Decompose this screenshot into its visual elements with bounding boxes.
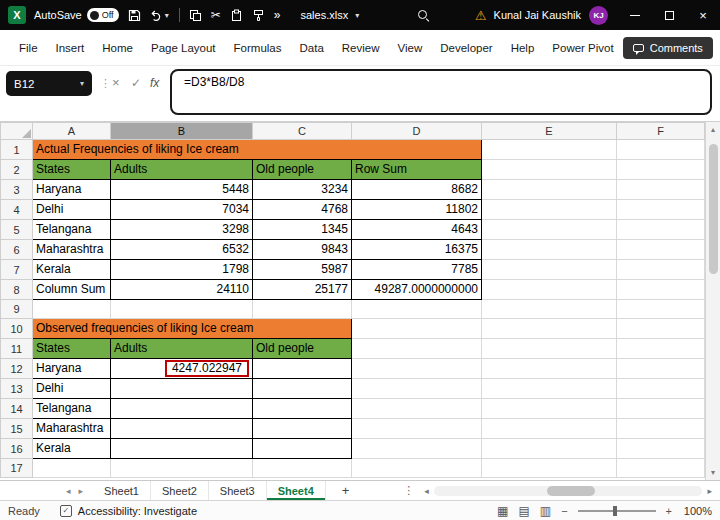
cell-D11[interactable] — [352, 339, 482, 359]
cell-F16[interactable] — [617, 439, 705, 459]
autosave-switch[interactable]: Off — [87, 8, 119, 22]
sheet-nav-left-icon[interactable]: ◂ — [66, 486, 71, 496]
scroll-right-icon[interactable]: ▸ — [707, 486, 712, 496]
cell-B15[interactable] — [111, 419, 253, 439]
minimize-button[interactable] — [618, 0, 652, 30]
column-header-A[interactable]: A — [33, 123, 111, 140]
cell-E4[interactable] — [482, 200, 617, 220]
close-button[interactable]: × — [686, 0, 720, 30]
row-header-10[interactable]: 10 — [1, 319, 33, 339]
undo-dropdown-icon[interactable]: ▾ — [165, 11, 169, 20]
cell-F15[interactable] — [617, 419, 705, 439]
cell-F8[interactable] — [617, 280, 705, 300]
cell-C16[interactable] — [253, 439, 352, 459]
name-box[interactable]: B12 ▾ — [6, 71, 92, 96]
ribbon-tab-formulas[interactable]: Formulas — [225, 30, 291, 66]
comments-button[interactable]: Comments — [623, 37, 713, 59]
search-icon[interactable] — [417, 9, 430, 22]
undo-icon[interactable]: ▾ — [150, 9, 169, 22]
cell-F17[interactable] — [617, 459, 705, 478]
cell-D6[interactable]: 16375 — [352, 240, 482, 260]
column-header-B[interactable]: B — [111, 123, 253, 140]
page-break-view-icon[interactable]: ▥ — [540, 505, 551, 517]
cell-D3[interactable]: 8682 — [352, 180, 482, 200]
cell-F2[interactable] — [617, 160, 705, 180]
cell-A4[interactable]: Delhi — [33, 200, 111, 220]
cell-B2[interactable]: Adults — [111, 160, 253, 180]
zoom-out-button[interactable]: − — [561, 505, 567, 517]
cell-A17[interactable] — [33, 459, 111, 478]
cell-A1[interactable]: Actual Frequencies of liking Ice cream — [33, 140, 482, 160]
cell-C13[interactable] — [253, 379, 352, 399]
cut-icon[interactable]: ✂ — [211, 9, 221, 21]
cell-D16[interactable] — [352, 439, 482, 459]
add-sheet-button[interactable]: + — [342, 483, 350, 498]
cell-F6[interactable] — [617, 240, 705, 260]
column-header-D[interactable]: D — [352, 123, 482, 140]
column-header-C[interactable]: C — [253, 123, 352, 140]
cell-B17[interactable] — [111, 459, 253, 478]
ribbon-tab-help[interactable]: Help — [502, 30, 544, 66]
row-header-17[interactable]: 17 — [1, 459, 33, 478]
cell-D13[interactable] — [352, 379, 482, 399]
cell-B9[interactable] — [111, 300, 253, 319]
cell-E5[interactable] — [482, 220, 617, 240]
cell-B6[interactable]: 6532 — [111, 240, 253, 260]
cell-E6[interactable] — [482, 240, 617, 260]
row-header-14[interactable]: 14 — [1, 399, 33, 419]
cell-A8[interactable]: Column Sum — [33, 280, 111, 300]
row-header-7[interactable]: 7 — [1, 260, 33, 280]
cell-F13[interactable] — [617, 379, 705, 399]
cell-A9[interactable] — [33, 300, 111, 319]
cancel-entry-icon[interactable]: × — [112, 75, 120, 90]
cell-D9[interactable] — [352, 300, 482, 319]
cell-C6[interactable]: 9843 — [253, 240, 352, 260]
confirm-entry-icon[interactable]: ✓ — [131, 76, 141, 90]
cell-D4[interactable]: 11802 — [352, 200, 482, 220]
cell-E16[interactable] — [482, 439, 617, 459]
formula-input[interactable]: =D3*B8/D8 — [170, 69, 712, 115]
ribbon-tab-power-pivot[interactable]: Power Pivot — [543, 30, 622, 66]
row-header-15[interactable]: 15 — [1, 419, 33, 439]
cell-E12[interactable] — [482, 359, 617, 379]
cell-E1[interactable] — [482, 140, 617, 160]
document-title[interactable]: sales.xlsx ▾ — [300, 9, 359, 21]
row-header-1[interactable]: 1 — [1, 140, 33, 160]
ribbon-overflow-icon[interactable]: » — [274, 9, 281, 21]
cell-A11[interactable]: States — [33, 339, 111, 359]
horizontal-scrollbar[interactable]: ◂ ▸ — [424, 486, 712, 496]
zoom-level[interactable]: 100% — [682, 505, 712, 517]
file-dropdown-icon[interactable]: ▾ — [355, 11, 359, 20]
cell-D5[interactable]: 4643 — [352, 220, 482, 240]
ribbon-tab-file[interactable]: File — [10, 30, 47, 66]
user-avatar[interactable]: KJ — [589, 6, 608, 25]
cell-F10[interactable] — [617, 319, 705, 339]
autosave-toggle[interactable]: AutoSave Off — [34, 8, 119, 22]
cell-D8[interactable]: 49287.0000000000 — [352, 280, 482, 300]
ribbon-tab-page-layout[interactable]: Page Layout — [142, 30, 225, 66]
name-box-dropdown-icon[interactable]: ▾ — [80, 79, 84, 88]
cell-D7[interactable]: 7785 — [352, 260, 482, 280]
cell-D14[interactable] — [352, 399, 482, 419]
cell-F4[interactable] — [617, 200, 705, 220]
cell-A6[interactable]: Maharashtra — [33, 240, 111, 260]
paste-icon[interactable] — [230, 9, 243, 22]
ribbon-tab-home[interactable]: Home — [93, 30, 142, 66]
cell-A14[interactable]: Telangana — [33, 399, 111, 419]
cell-E14[interactable] — [482, 399, 617, 419]
cell-A5[interactable]: Telangana — [33, 220, 111, 240]
sheet-tab-sheet1[interactable]: Sheet1 — [93, 481, 151, 500]
scroll-left-icon[interactable]: ◂ — [424, 486, 429, 496]
cell-B8[interactable]: 24110 — [111, 280, 253, 300]
cell-C7[interactable]: 5987 — [253, 260, 352, 280]
cell-D10[interactable] — [352, 319, 482, 339]
warning-icon[interactable]: ⚠ — [475, 8, 487, 23]
cell-D15[interactable] — [352, 419, 482, 439]
cell-A2[interactable]: States — [33, 160, 111, 180]
row-header-12[interactable]: 12 — [1, 359, 33, 379]
zoom-slider[interactable] — [578, 510, 656, 512]
cell-E10[interactable] — [482, 319, 617, 339]
page-layout-view-icon[interactable]: ▤ — [518, 505, 529, 517]
cell-C5[interactable]: 1345 — [253, 220, 352, 240]
cell-F9[interactable] — [617, 300, 705, 319]
